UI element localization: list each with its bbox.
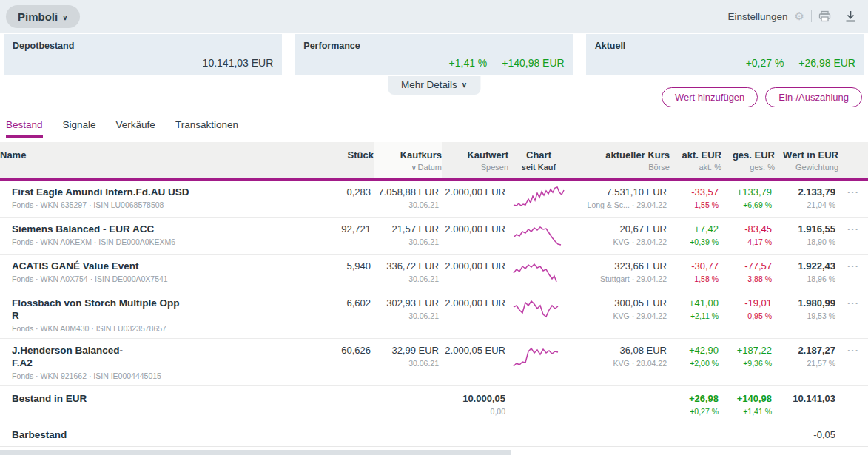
- cell-akt-eur: -30,77-1,58 %: [670, 260, 721, 284]
- cell-kaufkurs: 7.058,88 EUR30.06.21: [374, 186, 442, 210]
- payment-button[interactable]: Ein-/Auszahlung: [765, 87, 862, 107]
- cell-akt-eur: -33,57-1,55 %: [670, 186, 721, 210]
- fund-details: Fonds · WKN A0X754 · ISIN DE000A0X7541: [12, 274, 329, 284]
- fund-details: Fonds · WKN 635297 · ISIN LU0068578508: [12, 200, 329, 210]
- cell-akt-eur: +7,42+0,39 %: [670, 223, 721, 247]
- row-menu-button[interactable]: ···: [838, 344, 868, 357]
- card-value: +26,98 EUR: [798, 57, 855, 69]
- cell-ges-eur: -77,57-3,88 %: [721, 260, 775, 284]
- more-details-toggle[interactable]: Mehr Details ∨: [388, 76, 480, 95]
- col-kurs-sub: Börse: [569, 163, 670, 172]
- summary-cards: Depotbestand 10.141,03 EUR Performance +…: [0, 33, 868, 76]
- summary-label: Barbestand: [12, 428, 329, 441]
- cell-kaufkurs: 336,72 EUR30.06.21: [374, 260, 442, 284]
- col-chart-sub: seit Kauf: [508, 163, 569, 172]
- table-row[interactable]: J.Henderson Balanced- F.A2Fonds · WKN 92…: [0, 339, 868, 386]
- cell-kaufwert: 2.000,00 EUR: [442, 223, 508, 235]
- card-performance: Performance +1,41 % +140,98 EUR: [295, 34, 573, 75]
- col-stueck[interactable]: Stück: [329, 149, 374, 161]
- summary-cell-akt: +26,98+0,27 %: [670, 392, 721, 417]
- cell-aktueller-kurs: 300,05 EURKVG · 29.04.22: [569, 297, 670, 321]
- tab-verkaeufe[interactable]: Verkäufe: [116, 119, 155, 138]
- row-menu-button[interactable]: ···: [838, 260, 868, 272]
- card-percent: +1,41 %: [449, 57, 488, 69]
- cell-stueck: 6,602: [329, 297, 374, 309]
- settings-label[interactable]: Einstellungen: [727, 11, 787, 22]
- col-kaufwert[interactable]: Kaufwert: [442, 149, 508, 161]
- table-footer: Bestand in EUR10.000,050,00+26,98+0,27 %…: [0, 386, 868, 455]
- cell-aktueller-kurs: 36,08 EURKVG · 28.04.22: [569, 344, 670, 368]
- card-depotbestand: Depotbestand 10.141,03 EUR: [4, 34, 282, 75]
- row-menu-button[interactable]: ···: [838, 297, 868, 309]
- topbar: Pimboli ∨ Einstellungen ⚙: [0, 0, 868, 33]
- card-label: Aktuell: [595, 41, 855, 51]
- card-value: 10.141,03 EUR: [13, 57, 273, 69]
- card-aktuell: Aktuell +0,27 % +26,98 EUR: [586, 34, 864, 75]
- col-akt-eur[interactable]: akt. EUR: [670, 149, 721, 161]
- cell-aktueller-kurs: 7.531,10 EURLong & Sc... · 29.04.22: [569, 186, 670, 210]
- card-value: +140,98 EUR: [502, 57, 564, 69]
- bottom-partial-strip: [0, 450, 511, 455]
- summary-row: Bestand in EUR10.000,050,00+26,98+0,27 %…: [0, 386, 868, 422]
- sparkline-chart: [508, 344, 569, 371]
- fund-name[interactable]: Siemens Balanced - EUR ACC: [12, 223, 329, 235]
- cell-akt-eur: +42,90+2,00 %: [670, 344, 721, 368]
- col-wert-sub: Gewichtung: [775, 163, 838, 172]
- cell-aktueller-kurs: 20,67 EURKVG · 28.04.22: [569, 223, 670, 247]
- divider: [838, 10, 838, 22]
- cell-kaufkurs: 21,57 EUR30.06.21: [374, 223, 442, 247]
- cell-akt-eur: +41,00+2,11 %: [670, 297, 721, 321]
- tab-bestand[interactable]: Bestand: [6, 119, 43, 138]
- divider: [811, 10, 812, 22]
- cell-stueck: 0,283: [329, 186, 374, 198]
- tab-transaktionen[interactable]: Transaktionen: [175, 119, 238, 138]
- chevron-down-icon: ∨: [462, 81, 467, 89]
- cell-kaufwert: 2.000,05 EUR: [442, 344, 508, 357]
- cell-aktueller-kurs: 323,66 EURStuttgart · 29.04.22: [569, 260, 670, 284]
- fund-name[interactable]: First Eagle Amundi Intern.Fd.AU USD: [12, 186, 329, 198]
- fund-name[interactable]: Flossbach von Storch Multiple Opp R: [12, 297, 329, 322]
- col-ges-sub: ges. %: [721, 163, 775, 172]
- cell-ges-eur: -19,01-0,95 %: [721, 297, 775, 321]
- cell-wert: 2.187,2721,57 %: [775, 344, 838, 368]
- cell-kaufkurs: 302,93 EUR30.06.21: [374, 297, 442, 321]
- sparkline-chart: [508, 223, 569, 249]
- col-ges-eur[interactable]: ges. EUR: [721, 149, 775, 161]
- cell-ges-eur: -83,45-4,17 %: [721, 223, 775, 247]
- table-row[interactable]: First Eagle Amundi Intern.Fd.AU USDFonds…: [0, 181, 868, 218]
- cell-wert: 1.916,5518,90 %: [775, 223, 838, 247]
- table-row[interactable]: Siemens Balanced - EUR ACCFonds · WKN A0…: [0, 218, 868, 255]
- sparkline-chart: [508, 260, 569, 286]
- add-value-button[interactable]: Wert hinzufügen: [662, 87, 758, 107]
- col-wert[interactable]: Wert in EUR: [775, 149, 838, 161]
- col-name[interactable]: Name: [0, 149, 329, 161]
- printer-icon[interactable]: [818, 10, 831, 22]
- row-menu-button[interactable]: ···: [838, 223, 868, 235]
- fund-name[interactable]: ACATIS GANÉ Value Event: [12, 260, 329, 272]
- col-chart[interactable]: Chart: [508, 149, 569, 161]
- col-kurs[interactable]: aktueller Kurs: [569, 149, 670, 161]
- summary-cell-kaufwert: 10.000,050,00: [442, 392, 508, 417]
- tab-signale[interactable]: Signale: [63, 119, 96, 138]
- cell-ges-eur: +187,22+9,36 %: [721, 344, 775, 368]
- fund-name[interactable]: J.Henderson Balanced- F.A2: [12, 344, 329, 369]
- col-akt-sub: akt. %: [670, 163, 721, 172]
- summary-row: Barbestand-0,05: [0, 422, 868, 447]
- card-percent: +0,27 %: [746, 57, 784, 69]
- fund-details: Fonds · WKN A0M430 · ISIN LU0323578657: [12, 324, 329, 334]
- summary-cell-wert: -0,05: [775, 428, 838, 441]
- table-row[interactable]: Flossbach von Storch Multiple Opp RFonds…: [0, 291, 868, 339]
- col-kaufkurs[interactable]: Kaufkurs: [374, 149, 442, 161]
- summary-cell-wert: 10.141,03: [775, 392, 838, 405]
- row-menu-button[interactable]: ···: [838, 186, 868, 198]
- card-label: Performance: [303, 41, 564, 51]
- cell-wert: 1.922,4318,96 %: [775, 260, 838, 284]
- col-kaufkurs-sub[interactable]: Datum: [418, 163, 442, 172]
- cell-kaufkurs: 32,99 EUR30.06.21: [374, 344, 442, 368]
- gear-icon[interactable]: ⚙: [795, 10, 804, 23]
- download-icon[interactable]: [845, 10, 856, 22]
- col-kaufwert-sub: Spesen: [442, 163, 508, 172]
- portfolio-selector[interactable]: Pimboli ∨: [6, 5, 80, 28]
- cell-kaufwert: 2.000,00 EUR: [442, 297, 508, 309]
- table-row[interactable]: ACATIS GANÉ Value EventFonds · WKN A0X75…: [0, 255, 868, 291]
